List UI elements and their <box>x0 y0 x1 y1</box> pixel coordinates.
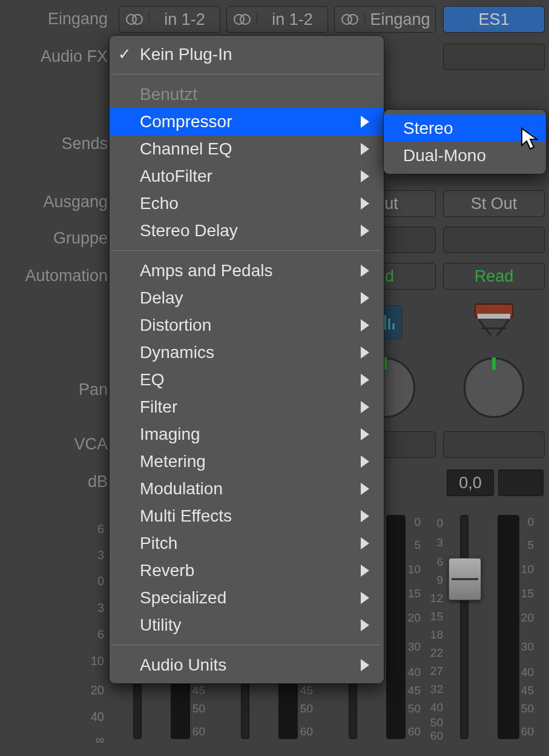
pan-knob-4[interactable] <box>464 357 524 418</box>
menu-separator <box>112 250 381 251</box>
peak-meter-4 <box>498 469 544 496</box>
menu-specialized[interactable]: Specialized <box>110 584 384 611</box>
chevron-right-icon <box>361 170 369 182</box>
chevron-right-icon <box>361 319 369 331</box>
cursor-icon <box>521 127 541 156</box>
stereo-icon <box>227 13 257 25</box>
synth-icon[interactable] <box>467 302 521 338</box>
chevron-right-icon <box>361 565 369 577</box>
row-label-vca: VCA <box>74 435 108 454</box>
svg-point-3 <box>240 15 250 24</box>
output-slot-4[interactable]: St Out <box>443 190 545 217</box>
svg-point-5 <box>348 15 358 24</box>
row-label-ausgang: Ausgang <box>43 193 108 211</box>
chevron-right-icon <box>361 374 369 386</box>
chevron-right-icon <box>361 510 369 522</box>
menu-metering[interactable]: Metering <box>110 448 384 475</box>
menu-header-used: Benutzt <box>110 81 384 108</box>
row-label-db: dB <box>88 472 108 491</box>
fader-handle-4[interactable] <box>449 558 481 600</box>
stereo-icon <box>119 13 150 25</box>
chevron-right-icon <box>361 265 369 277</box>
menu-utility[interactable]: Utility <box>110 611 384 638</box>
stereo-icon <box>335 13 365 25</box>
input-label-1: in 1-2 <box>150 10 220 29</box>
chevron-right-icon <box>361 225 369 237</box>
menu-multi-effects[interactable]: Multi Effects <box>110 502 384 529</box>
chevron-right-icon <box>361 428 369 440</box>
db-value-4[interactable]: 0,0 <box>447 469 494 496</box>
menu-stereo-delay[interactable]: Stereo Delay <box>110 217 384 244</box>
check-icon: ✓ <box>118 45 131 64</box>
menu-compressor[interactable]: Compressor <box>110 108 384 135</box>
row-label-sends: Sends <box>61 134 108 153</box>
input-slot-3[interactable]: Eingang <box>334 6 436 33</box>
chevron-right-icon <box>361 537 369 549</box>
svg-rect-12 <box>478 314 510 319</box>
input-slot-1[interactable]: in 1-2 <box>119 6 220 33</box>
input-label-2: in 1-2 <box>257 10 327 29</box>
menu-channel-eq[interactable]: Channel EQ <box>110 135 384 162</box>
chevron-right-icon <box>361 619 369 631</box>
chevron-right-icon <box>361 456 369 468</box>
svg-point-1 <box>133 15 142 24</box>
menu-filter[interactable]: Filter <box>110 393 384 420</box>
menu-separator <box>112 74 381 75</box>
chevron-right-icon <box>361 592 369 604</box>
menu-audio-units[interactable]: Audio Units <box>110 651 384 678</box>
audio-fx-slot-4[interactable] <box>443 44 545 70</box>
row-label-gruppe: Gruppe <box>53 229 108 248</box>
master-fader-scale: 6 3 0 3 6 10 20 40 ∞ <box>0 515 111 745</box>
input-label-3: Eingang <box>365 10 435 29</box>
input-slot-2[interactable]: in 1-2 <box>226 6 328 33</box>
automation-mode-4[interactable]: Read <box>443 263 545 290</box>
menu-distortion[interactable]: Distortion <box>110 311 384 339</box>
row-label-audio-fx: Audio FX <box>41 47 108 66</box>
menu-autofilter[interactable]: AutoFilter <box>110 162 384 190</box>
instrument-slot-4[interactable]: ES1 <box>443 6 545 33</box>
menu-echo[interactable]: Echo <box>110 190 384 217</box>
menu-imaging[interactable]: Imaging <box>110 420 384 448</box>
menu-reverb[interactable]: Reverb <box>110 557 384 584</box>
menu-no-plugin[interactable]: ✓ Kein Plug-In <box>110 41 384 68</box>
row-label-automation: Automation <box>25 267 108 285</box>
menu-eq[interactable]: EQ <box>110 366 384 393</box>
vca-slot-4[interactable] <box>443 431 545 458</box>
chevron-right-icon <box>361 346 369 359</box>
chevron-right-icon <box>361 401 369 413</box>
chevron-right-icon <box>361 197 369 210</box>
row-label-pan: Pan <box>79 380 108 399</box>
fader-4[interactable] <box>460 515 468 739</box>
chevron-right-icon <box>361 483 369 495</box>
fader-area-4: 0 3 6 9 12 15 18 22 27 32 40 50 60 0 5 1… <box>441 515 547 745</box>
menu-amps-pedals[interactable]: Amps and Pedals <box>110 257 384 284</box>
chevron-right-icon <box>361 143 369 155</box>
meter-4 <box>498 515 519 739</box>
menu-delay[interactable]: Delay <box>110 284 384 311</box>
group-slot-4[interactable] <box>443 227 545 253</box>
menu-pitch[interactable]: Pitch <box>110 529 384 557</box>
meter-3 <box>386 515 406 739</box>
chevron-right-icon <box>361 292 369 304</box>
menu-separator <box>112 645 381 645</box>
plugin-menu[interactable]: ✓ Kein Plug-In Benutzt Compressor Channe… <box>109 35 384 684</box>
menu-modulation[interactable]: Modulation <box>110 475 384 502</box>
menu-dynamics[interactable]: Dynamics <box>110 339 384 366</box>
chevron-right-icon <box>361 116 369 128</box>
chevron-right-icon <box>361 659 369 671</box>
row-label-eingang: Eingang <box>48 10 108 28</box>
